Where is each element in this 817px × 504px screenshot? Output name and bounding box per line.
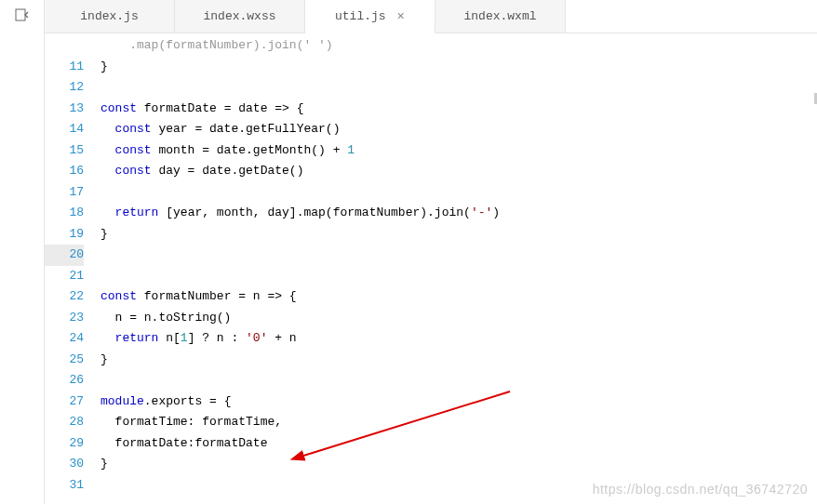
line-number: 28 <box>45 412 84 433</box>
line-number: . <box>45 35 84 57</box>
line-number: 21 <box>45 266 84 287</box>
code-line: return n[1] ? n : '0' + n <box>100 328 817 350</box>
line-number: 19 <box>45 224 84 245</box>
code-content[interactable]: .map(formatNumber).join(' ') } const for… <box>100 33 817 504</box>
svg-rect-0 <box>16 9 25 20</box>
code-line: .map(formatNumber).join(' ') <box>100 35 817 57</box>
code-line <box>100 77 817 99</box>
line-number: 23 <box>45 308 84 329</box>
code-editor[interactable]: . 11 12 13 14 15 16 17 18 19 20 21 22 23… <box>45 33 817 504</box>
line-number: 16 <box>45 161 84 182</box>
code-line: formatTime: formatTime, <box>100 412 817 433</box>
line-number: 12 <box>45 77 84 99</box>
tab-util-js[interactable]: util.js× <box>305 0 435 33</box>
line-number: 17 <box>45 182 84 204</box>
code-line <box>100 370 817 391</box>
tab-index-wxss[interactable]: index.wxss <box>175 0 305 33</box>
code-line: } <box>100 350 817 371</box>
line-number: 18 <box>45 203 84 224</box>
line-number: 29 <box>45 433 84 455</box>
line-number: 13 <box>45 99 84 120</box>
code-line: const formatDate = date => { <box>100 99 817 120</box>
code-line <box>100 182 817 204</box>
line-number: 22 <box>45 286 84 308</box>
code-line: module.exports = { <box>100 391 817 413</box>
line-number: 26 <box>45 370 84 391</box>
tab-label: index.wxss <box>203 9 275 23</box>
tab-label: index.wxml <box>463 9 536 23</box>
code-line: const day = date.getDate() <box>100 161 817 182</box>
code-line <box>100 266 817 287</box>
watermark-text: https://blog.csdn.net/qq_36742720 <box>593 482 808 497</box>
tab-label: util.js <box>335 9 386 23</box>
line-number: 14 <box>45 119 84 140</box>
code-line <box>100 245 817 266</box>
code-line: const year = date.getFullYear() <box>100 119 817 140</box>
code-line: } <box>100 224 817 245</box>
line-number: 31 <box>45 475 84 497</box>
line-number: 30 <box>45 454 84 475</box>
code-line: const formatNumber = n => { <box>100 286 817 308</box>
line-number-gutter: . 11 12 13 14 15 16 17 18 19 20 21 22 23… <box>45 33 100 504</box>
line-number: 25 <box>45 350 84 371</box>
code-line: return [year, month, day].map(formatNumb… <box>100 203 817 224</box>
code-line: } <box>100 454 817 475</box>
code-line: n = n.toString() <box>100 308 817 329</box>
tab-label: index.js <box>80 9 138 23</box>
close-icon[interactable]: × <box>397 9 405 24</box>
tab-index-js[interactable]: index.js <box>45 0 175 33</box>
code-line: const month = date.getMonth() + 1 <box>100 140 817 162</box>
line-number: 15 <box>45 140 84 162</box>
collapse-panel-icon[interactable] <box>15 7 30 22</box>
tab-index-wxml[interactable]: index.wxml <box>435 0 566 33</box>
tab-bar: index.js index.wxss util.js× index.wxml <box>45 0 817 33</box>
line-number: 20 <box>45 245 84 266</box>
code-line: } <box>100 57 817 78</box>
line-number: 11 <box>45 57 84 78</box>
sidebar-gutter <box>0 0 45 504</box>
line-number: 24 <box>45 328 84 350</box>
code-line: formatDate:formatDate <box>100 433 817 455</box>
line-number: 27 <box>45 391 84 413</box>
